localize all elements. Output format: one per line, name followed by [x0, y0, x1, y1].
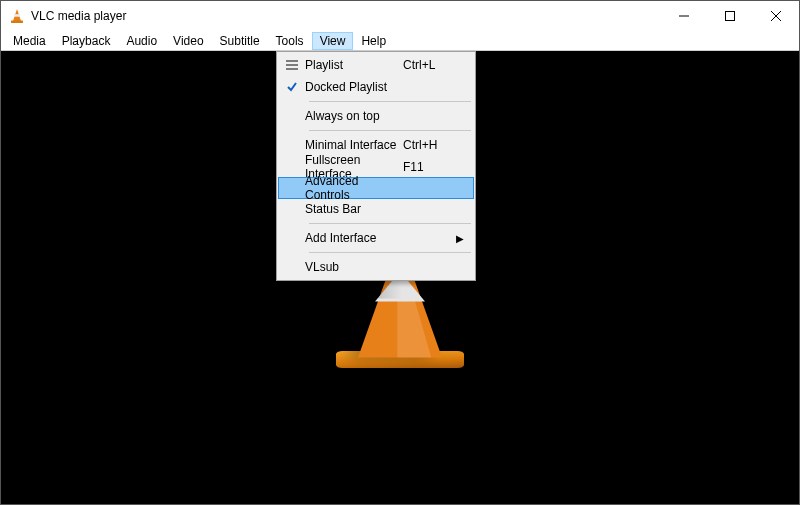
menu-item-label: Always on top — [305, 109, 403, 123]
menu-tools[interactable]: Tools — [268, 32, 312, 50]
view-menu-item-status-bar[interactable]: Status Bar — [279, 198, 473, 220]
menu-item-accelerator: Ctrl+H — [403, 138, 453, 152]
svg-rect-1 — [14, 14, 20, 17]
menu-item-label: Add Interface — [305, 231, 403, 245]
menu-item-label: VLsub — [305, 260, 403, 274]
playlist-icon — [279, 60, 305, 70]
menu-video[interactable]: Video — [165, 32, 211, 50]
menu-item-label: Minimal Interface — [305, 138, 403, 152]
menu-separator — [309, 252, 471, 253]
menu-audio[interactable]: Audio — [118, 32, 165, 50]
window-title: VLC media player — [31, 9, 126, 23]
svg-rect-2 — [11, 21, 23, 24]
app-window: VLC media player MediaPlaybackAudioVideo… — [0, 0, 800, 505]
view-menu-item-add-interface[interactable]: Add Interface▶ — [279, 227, 473, 249]
menu-playback[interactable]: Playback — [54, 32, 119, 50]
minimize-icon — [679, 11, 689, 21]
menu-item-label: Status Bar — [305, 202, 403, 216]
menu-media[interactable]: Media — [5, 32, 54, 50]
maximize-button[interactable] — [707, 1, 753, 31]
app-icon — [9, 8, 25, 24]
view-menu-item-always-on-top[interactable]: Always on top — [279, 105, 473, 127]
view-menu-item-playlist[interactable]: PlaylistCtrl+L — [279, 54, 473, 76]
view-menu-item-vlsub[interactable]: VLsub — [279, 256, 473, 278]
view-menu-dropdown: PlaylistCtrl+LDocked PlaylistAlways on t… — [276, 51, 476, 281]
submenu-arrow-icon: ▶ — [453, 233, 467, 244]
window-controls — [661, 1, 799, 31]
menu-view[interactable]: View — [312, 32, 354, 50]
menu-item-accelerator: Ctrl+L — [403, 58, 453, 72]
menu-subtitle[interactable]: Subtitle — [212, 32, 268, 50]
menu-item-label: Playlist — [305, 58, 403, 72]
menu-separator — [309, 101, 471, 102]
maximize-icon — [725, 11, 735, 21]
menu-separator — [309, 223, 471, 224]
menu-item-label: Docked Playlist — [305, 80, 403, 94]
titlebar[interactable]: VLC media player — [1, 1, 799, 31]
svg-rect-4 — [726, 12, 735, 21]
menu-item-accelerator: F11 — [403, 160, 453, 174]
menu-help[interactable]: Help — [353, 32, 394, 50]
menubar: MediaPlaybackAudioVideoSubtitleToolsView… — [1, 31, 799, 51]
minimize-button[interactable] — [661, 1, 707, 31]
view-menu-item-docked-playlist[interactable]: Docked Playlist — [279, 76, 473, 98]
menu-separator — [309, 130, 471, 131]
check-icon — [279, 81, 305, 93]
close-button[interactable] — [753, 1, 799, 31]
close-icon — [771, 11, 781, 21]
view-menu-item-advanced-controls[interactable]: Advanced Controls — [278, 177, 474, 199]
